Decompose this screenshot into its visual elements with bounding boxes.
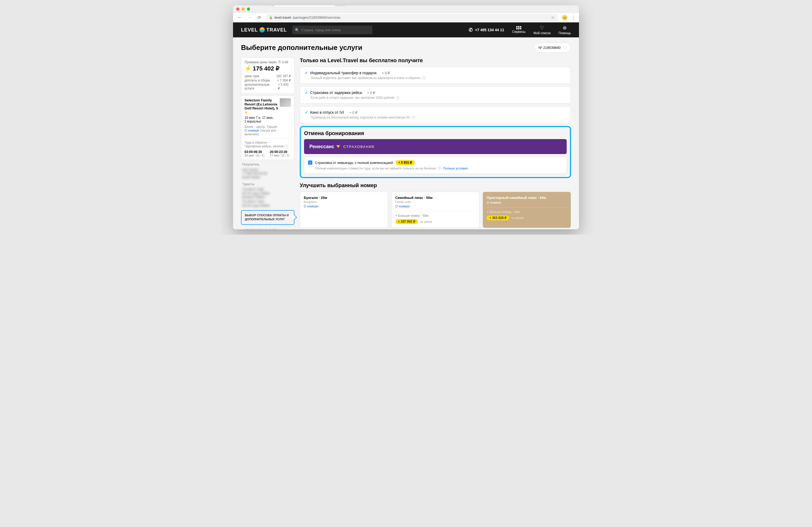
room-link[interactable]: О номере [395, 204, 410, 208]
price-line-extras: дополнительные услуги+ 5 931 ₽ [245, 83, 291, 90]
tourist-info-redacted: TOURIST TWOdd mm yyyy hidden [241, 199, 294, 208]
favorite-icon[interactable]: ♡ [563, 45, 567, 50]
buyer-label: Покупатель [242, 162, 294, 166]
step-payment-active[interactable]: ВЫБОР СПОСОБА ОПЛАТЫ И ДОПОЛНИТЕЛЬНЫХ УС… [241, 210, 294, 225]
trip-dates: 10 июн 7 н. 17 июн, 2 взрослых [245, 116, 291, 123]
insurance-terms-link[interactable]: Полные условия [443, 167, 468, 170]
heart-icon: ♡ [540, 25, 544, 31]
info-icon[interactable]: ? [395, 96, 399, 100]
room-price-badge: + 187 002 ₽ [395, 219, 418, 224]
room-link[interactable]: О номере [304, 204, 318, 208]
free-section-title: Только на Level.Travel вы бесплатно полу… [300, 57, 571, 63]
room-price-badge: + 353 826 ₽ [487, 215, 509, 220]
forward-button[interactable]: → [246, 15, 253, 20]
flash-icon: ⚡ [245, 65, 252, 72]
url-input[interactable]: 🔒 level.travel/packages/218539840/servic… [265, 14, 558, 22]
sidebar: Проверка цены через ⏱ 3:48 ⚡175 402 ₽ це… [241, 57, 294, 229]
booking-number-badge: Nº 218539840 ♡ [534, 43, 571, 53]
total-price: ⚡175 402 ₽ [245, 65, 291, 72]
room-link[interactable]: О номере [245, 129, 259, 132]
profile-avatar[interactable]: 😊 [561, 14, 568, 21]
browser-menu-icon[interactable]: ⋮ [571, 15, 576, 20]
grid-icon [516, 26, 521, 29]
price-line-tour: цена тура162 167 ₽ [245, 74, 291, 78]
minimize-window[interactable] [242, 8, 245, 11]
address-bar: ← → ⟳ 🔒 level.travel/packages/218539840/… [233, 13, 579, 23]
flight-return: 20:00-23:30 17 июн 10 5 [270, 150, 290, 157]
insurance-checkbox[interactable]: ✓ [308, 160, 312, 165]
rooms-title: Улучшить выбранный номер [300, 182, 571, 188]
phone-icon: ✆ [469, 27, 473, 33]
url-domain: level.travel [274, 15, 291, 19]
info-icon[interactable]: ? [437, 167, 441, 170]
phone-link[interactable]: ✆ +7 495 134 44 11 [469, 27, 504, 33]
info-icon[interactable]: ? [411, 116, 415, 119]
info-icon[interactable]: ? [284, 145, 288, 148]
logo-icon [259, 27, 265, 32]
nav-wishlist[interactable]: ♡ Мой список [534, 25, 551, 35]
new-tab-button[interactable]: + [338, 5, 345, 6]
triangle-icon [336, 145, 340, 148]
search-icon: 🔍 [295, 28, 299, 32]
buyer-info-redacted: Ivan Ivanov+7 900 000 00 00email hidden [241, 167, 294, 180]
renaissance-banner: Ренессанс СТРАХОВАНИЕ [304, 139, 567, 154]
reload-button[interactable]: ⟳ [257, 15, 262, 20]
flight-outbound: 03:00-06:30 10 июн 10 5 [245, 150, 264, 157]
lifebuoy-icon: ⊛ [563, 25, 567, 31]
nav-services[interactable]: Сервисы [512, 26, 526, 34]
star-icon: ★ [245, 110, 248, 114]
nav-help[interactable]: ⊛ Помощь [559, 25, 571, 35]
url-path: /packages/218539840/services [292, 15, 340, 19]
price-check-label: Проверка цены через ⏱ 3:48 [245, 60, 291, 64]
bookmark-star-icon[interactable]: ☆ [551, 15, 554, 20]
flight-type: Туда и обратно – [245, 141, 291, 144]
browser-tab[interactable]: Тур в Турцию с 10.06.2021 на × [274, 5, 335, 6]
step-payment-next: ОПЛАТА ТУРА ОНЛАЙН КАРТОЙ VISA МИР ИЛИ В… [241, 227, 294, 229]
info-icon[interactable]: ? [422, 76, 426, 80]
price-line-fees: доплаты и сборы+ 7 304 ₽ [245, 79, 291, 82]
close-window[interactable] [236, 8, 240, 11]
room-card-family-suite[interactable]: Семейный люкс · 50м Family suite О номер… [391, 192, 480, 228]
cancel-title: Отмена бронирования [304, 130, 567, 137]
tourist-info-redacted: TOURIST ONEdd mm yyyy hiddenpassport hid… [241, 187, 294, 199]
check-icon: ✓ [305, 110, 308, 115]
check-icon: ✓ [305, 90, 308, 95]
maximize-window[interactable] [247, 8, 250, 11]
search-input[interactable]: 🔍 Страна, город или отель [292, 26, 372, 34]
mac-titlebar: Тур в Турцию с 10.06.2021 на × + [233, 5, 579, 13]
cancellation-block: Отмена бронирования Ренессанс СТРАХОВАНИ… [300, 126, 571, 178]
free-item-ivi: ✓ Кино в отпуск от IVI + 0 ₽ Промокод на… [300, 106, 571, 123]
hotel-thumbnail [280, 98, 291, 107]
insurance-option: ✓ Страховка от невыезда, с полной компен… [304, 157, 567, 174]
hotel-name: Selectum Family Resort (Ex.Letoonia Golf… [245, 98, 291, 114]
tourists-label: Туристы [242, 182, 294, 186]
page-title: Выберите дополнительные услуги [241, 43, 362, 52]
room-link[interactable]: О номере [487, 201, 501, 204]
free-item-delay: ✓ Страховка от задержки рейса + 0 ₽ Если… [300, 86, 571, 103]
insurance-price: + 5 931 ₽ [395, 160, 415, 165]
hotel-location: Белек - центр, Турция [245, 125, 291, 129]
room-card-bungalow[interactable]: Бунгало · 25м Bungalow О номере [300, 192, 388, 228]
room-card-spacious-suite[interactable]: Просторный семейный люкс · 64м О номере … [483, 192, 571, 228]
main-content: Только на Level.Travel вы бесплатно полу… [300, 57, 571, 229]
logo[interactable]: LEVEL TRAVEL [241, 27, 287, 33]
check-icon: ✓ [305, 71, 308, 75]
free-item-transfer: ✓ Индивидуальный трансфер в подарок + 0 … [300, 67, 571, 84]
back-button[interactable]: ← [236, 15, 243, 20]
site-header: LEVEL TRAVEL 🔍 Страна, город или отель ✆… [233, 23, 579, 38]
lock-icon: 🔒 [269, 16, 273, 19]
